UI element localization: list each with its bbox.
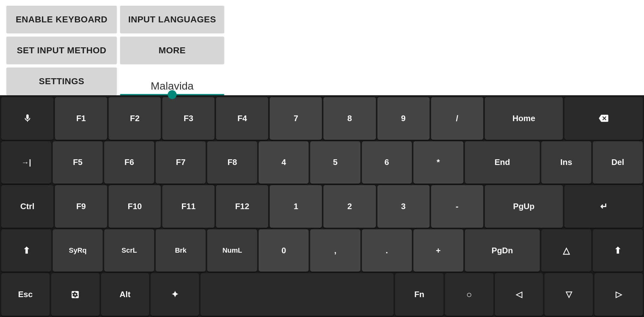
period-key[interactable]: .	[362, 229, 412, 272]
end-key[interactable]: End	[465, 141, 540, 184]
top-panel: ENABLE KEYBOARD INPUT LANGUAGES SET INPU…	[0, 0, 644, 95]
num4-key[interactable]: 4	[259, 141, 309, 184]
numl-key[interactable]: NumL	[207, 229, 257, 272]
pgup-key[interactable]: PgUp	[485, 185, 563, 228]
num3-key[interactable]: 3	[377, 185, 430, 228]
pgdn-key[interactable]: PgDn	[465, 229, 540, 272]
f9-key[interactable]: F9	[55, 185, 107, 228]
comma-key[interactable]: ,	[310, 229, 360, 272]
keyboard: F1 F2 F3 F4 7 8 9 / Home →| F5 F6 F7 F8 …	[0, 95, 644, 317]
f12-key[interactable]: F12	[216, 185, 268, 228]
f1-key[interactable]: F1	[55, 97, 107, 140]
num8-key[interactable]: 8	[323, 97, 376, 140]
f6-key[interactable]: F6	[104, 141, 154, 184]
down-arrow-key[interactable]: ▽	[545, 273, 593, 316]
f3-key[interactable]: F3	[162, 97, 214, 140]
alt-key[interactable]: Alt	[101, 273, 149, 316]
esc-key[interactable]: Esc	[1, 273, 50, 316]
keyboard-row-2: →| F5 F6 F7 F8 4 5 6 * End Ins Del	[1, 141, 643, 184]
malavida-underline	[120, 94, 224, 95]
shift-right-key[interactable]: ⬆	[593, 229, 643, 272]
enable-keyboard-button[interactable]: ENABLE KEYBOARD	[6, 6, 117, 33]
f7-key[interactable]: F7	[156, 141, 206, 184]
settings-icon-key[interactable]	[51, 273, 99, 316]
left-arrow-key[interactable]: ◁	[495, 273, 543, 316]
f2-key[interactable]: F2	[109, 97, 161, 140]
backspace-key[interactable]	[564, 97, 643, 140]
f10-key[interactable]: F10	[109, 185, 161, 228]
brk-key[interactable]: Brk	[156, 229, 206, 272]
f11-key[interactable]: F11	[162, 185, 214, 228]
settings-button[interactable]: SETTINGS	[6, 68, 117, 95]
ins-key[interactable]: Ins	[541, 141, 591, 184]
home-key[interactable]: Home	[485, 97, 563, 140]
f8-key[interactable]: F8	[207, 141, 257, 184]
keyboard-row-1: F1 F2 F3 F4 7 8 9 / Home	[1, 97, 643, 140]
minus-key[interactable]: -	[431, 185, 483, 228]
right-arrow-key[interactable]: ▷	[594, 273, 643, 316]
diamond-key[interactable]: ✦	[151, 273, 199, 316]
num0-key[interactable]: 0	[259, 229, 309, 272]
slash-key[interactable]: /	[431, 97, 483, 140]
syrq-key[interactable]: SyRq	[53, 229, 103, 272]
fn-key[interactable]: Fn	[395, 273, 443, 316]
malavida-dot	[168, 90, 177, 99]
keyboard-row-5: Esc Alt ✦ Fn ○ ◁ ▽ ▷	[1, 273, 643, 316]
shift-left-key[interactable]: ⬆	[1, 229, 51, 272]
set-input-method-button[interactable]: SET INPUT METHOD	[6, 37, 117, 64]
enter-key[interactable]: ↵	[564, 185, 643, 228]
keyboard-row-4: ⬆ SyRq ScrL Brk NumL 0 , . + PgDn △ ⬆	[1, 229, 643, 272]
plus-key[interactable]: +	[413, 229, 463, 272]
num5-key[interactable]: 5	[310, 141, 360, 184]
del-key[interactable]: Del	[593, 141, 643, 184]
ctrl-key[interactable]: Ctrl	[1, 185, 53, 228]
num9-key[interactable]: 9	[377, 97, 430, 140]
f4-key[interactable]: F4	[216, 97, 268, 140]
num6-key[interactable]: 6	[362, 141, 412, 184]
triangle-up-key[interactable]: △	[541, 229, 591, 272]
tab-key[interactable]: →|	[1, 141, 51, 184]
f5-key[interactable]: F5	[53, 141, 103, 184]
more-button[interactable]: MORE	[120, 37, 224, 64]
mic-key[interactable]	[1, 97, 53, 140]
num2-key[interactable]: 2	[323, 185, 376, 228]
asterisk-key[interactable]: *	[413, 141, 463, 184]
scrl-key[interactable]: ScrL	[104, 229, 154, 272]
num1-key[interactable]: 1	[270, 185, 322, 228]
circle-key[interactable]: ○	[445, 273, 493, 316]
num7-key[interactable]: 7	[270, 97, 322, 140]
space-key[interactable]	[201, 273, 394, 316]
input-languages-button[interactable]: INPUT LANGUAGES	[120, 6, 224, 33]
button-grid: ENABLE KEYBOARD INPUT LANGUAGES SET INPU…	[6, 6, 638, 95]
keyboard-row-3: Ctrl F9 F10 F11 F12 1 2 3 - PgUp ↵	[1, 185, 643, 228]
malavida-tab[interactable]: Malavida	[120, 68, 224, 95]
